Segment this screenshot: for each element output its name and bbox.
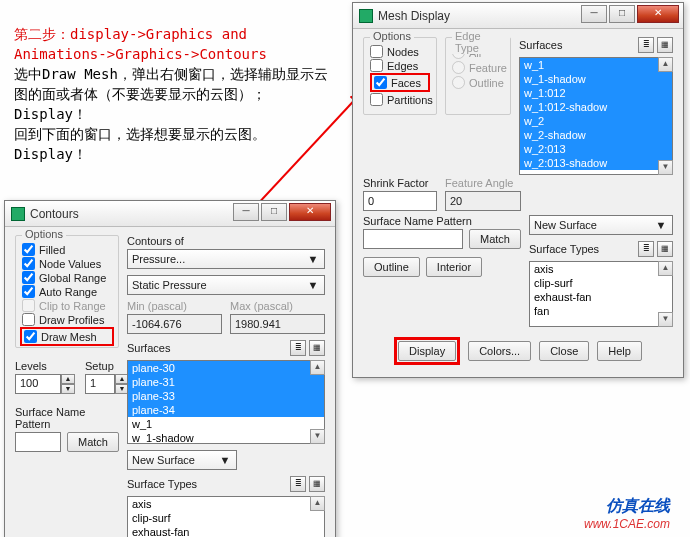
draw-mesh-checkbox[interactable]: Draw Mesh <box>24 330 110 343</box>
spinner-up-icon[interactable]: ▲ <box>61 374 75 384</box>
scroll-up-icon[interactable]: ▲ <box>658 57 673 72</box>
types-grid-icon[interactable]: ▦ <box>309 476 325 492</box>
chevron-down-icon: ▼ <box>306 279 320 291</box>
list-item[interactable]: w_1:012-shadow <box>520 100 672 114</box>
scroll-down-icon[interactable]: ▼ <box>658 312 673 327</box>
options-label: Options <box>22 228 66 240</box>
list-item[interactable]: exhaust-fan <box>128 525 324 537</box>
close-button[interactable]: ✕ <box>637 5 679 23</box>
sub-dropdown[interactable]: Static Pressure▼ <box>127 275 325 295</box>
types-list-icon[interactable]: ≣ <box>638 241 654 257</box>
new-surface-dropdown[interactable]: New Surface▼ <box>127 450 237 470</box>
types-grid-icon[interactable]: ▦ <box>657 241 673 257</box>
maximize-button[interactable]: □ <box>261 203 287 221</box>
display-button[interactable]: Display <box>398 341 456 361</box>
nodes-checkbox[interactable]: Nodes <box>370 45 430 58</box>
list-item[interactable]: w_1-shadow <box>520 72 672 86</box>
list-item[interactable]: w_2:013 <box>520 142 672 156</box>
mesh-display-dialog: Mesh Display ─ □ ✕ Options Nodes Edges F… <box>352 2 684 378</box>
setup-spinner[interactable]: 1 ▲▼ <box>85 374 129 394</box>
scroll-up-icon[interactable]: ▲ <box>310 360 325 375</box>
list-item[interactable]: w_1 <box>128 417 324 431</box>
contours-of-dropdown[interactable]: Pressure...▼ <box>127 249 325 269</box>
list-item[interactable]: w_1 <box>520 58 672 72</box>
feature-angle-input: 20 <box>445 191 521 211</box>
global-range-checkbox[interactable]: Global Range <box>22 271 112 284</box>
scroll-up-icon[interactable]: ▲ <box>658 261 673 276</box>
scroll-down-icon[interactable]: ▼ <box>310 429 325 444</box>
chevron-down-icon: ▼ <box>654 219 668 231</box>
list-item[interactable]: w_1-shadow <box>128 431 324 444</box>
list-item[interactable]: axis <box>530 262 672 276</box>
partitions-checkbox[interactable]: Partitions <box>370 93 430 106</box>
maximize-button[interactable]: □ <box>609 5 635 23</box>
outline-button[interactable]: Outline <box>363 257 420 277</box>
list-item[interactable]: w_2 <box>520 114 672 128</box>
surfaces-list-icon[interactable]: ≣ <box>638 37 654 53</box>
watermark-brand: 仿真在线 <box>584 496 670 517</box>
list-item[interactable]: exhaust-fan <box>530 290 672 304</box>
edge-outline-radio: Outline <box>452 76 504 89</box>
list-item[interactable]: clip-surf <box>128 511 324 525</box>
chevron-down-icon: ▼ <box>306 253 320 265</box>
shrink-input[interactable]: 0 <box>363 191 437 211</box>
titlebar[interactable]: Mesh Display ─ □ ✕ <box>353 3 683 29</box>
surface-pattern-input[interactable] <box>363 229 463 249</box>
node-values-checkbox[interactable]: Node Values <box>22 257 112 270</box>
list-item[interactable]: plane-34 <box>128 403 324 417</box>
contours-of-label: Contours of <box>127 235 325 247</box>
scroll-down-icon[interactable]: ▼ <box>658 160 673 175</box>
match-button[interactable]: Match <box>469 229 521 249</box>
surface-types-list[interactable]: axis clip-surf exhaust-fan fan <box>529 261 673 327</box>
options-label: Options <box>370 30 414 42</box>
close-button[interactable]: ✕ <box>289 203 331 221</box>
colors-button[interactable]: Colors... <box>468 341 531 361</box>
filled-checkbox[interactable]: Filled <box>22 243 112 256</box>
max-input: 1980.941 <box>230 314 325 334</box>
spinner-down-icon[interactable]: ▼ <box>61 384 75 394</box>
surface-types-label: Surface Types <box>529 243 599 255</box>
instructions: 第二步：display->Graphics and Animations->Gr… <box>14 24 334 164</box>
new-surface-dropdown[interactable]: New Surface▼ <box>529 215 673 235</box>
surface-pattern-input[interactable] <box>15 432 61 452</box>
minimize-button[interactable]: ─ <box>581 5 607 23</box>
faces-checkbox[interactable]: Faces <box>374 76 426 89</box>
levels-spinner[interactable]: 100 ▲▼ <box>15 374 75 394</box>
surfaces-list[interactable]: plane-30 plane-31 plane-33 plane-34 w_1 … <box>127 360 325 444</box>
interior-button[interactable]: Interior <box>426 257 482 277</box>
draw-profiles-checkbox[interactable]: Draw Profiles <box>22 313 112 326</box>
instr-line2: 回到下面的窗口，选择想要显示的云图。Display！ <box>14 126 266 162</box>
surfaces-list-icon[interactable]: ≣ <box>290 340 306 356</box>
list-item[interactable]: w_2-shadow <box>520 128 672 142</box>
list-item[interactable]: fan <box>530 304 672 318</box>
list-item[interactable]: axis <box>128 497 324 511</box>
minimize-button[interactable]: ─ <box>233 203 259 221</box>
list-item[interactable]: plane-30 <box>128 361 324 375</box>
types-list-icon[interactable]: ≣ <box>290 476 306 492</box>
list-item[interactable]: plane-33 <box>128 389 324 403</box>
titlebar[interactable]: Contours ─ □ ✕ <box>5 201 335 227</box>
chevron-down-icon: ▼ <box>218 454 232 466</box>
close-button[interactable]: Close <box>539 341 589 361</box>
surfaces-grid-icon[interactable]: ▦ <box>657 37 673 53</box>
levels-label: Levels <box>15 360 75 372</box>
match-button[interactable]: Match <box>67 432 119 452</box>
auto-range-checkbox[interactable]: Auto Range <box>22 285 112 298</box>
surfaces-grid-icon[interactable]: ▦ <box>309 340 325 356</box>
surfaces-label: Surfaces <box>519 39 562 51</box>
list-item[interactable]: plane-31 <box>128 375 324 389</box>
surfaces-list[interactable]: w_1 w_1-shadow w_1:012 w_1:012-shadow w_… <box>519 57 673 175</box>
list-item[interactable]: w_1:012 <box>520 86 672 100</box>
edge-feature-radio: Feature <box>452 61 504 74</box>
help-button[interactable]: Help <box>597 341 642 361</box>
list-item[interactable]: w_2:013-shadow <box>520 156 672 170</box>
edge-type-label: Edge Type <box>452 30 510 54</box>
edges-checkbox[interactable]: Edges <box>370 59 430 72</box>
watermark: 仿真在线 www.1CAE.com <box>584 496 670 531</box>
surface-types-list[interactable]: axis clip-surf exhaust-fan fan <box>127 496 325 537</box>
instr-step: 第二步： <box>14 26 70 42</box>
min-label: Min (pascal) <box>127 300 222 312</box>
min-input: -1064.676 <box>127 314 222 334</box>
list-item[interactable]: clip-surf <box>530 276 672 290</box>
scroll-up-icon[interactable]: ▲ <box>310 496 325 511</box>
